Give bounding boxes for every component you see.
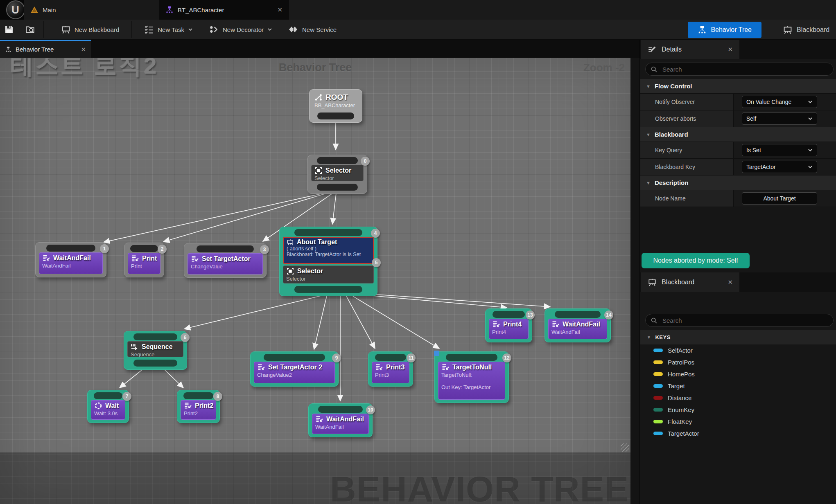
- output-pin[interactable]: [294, 286, 363, 293]
- notify-observer-dropdown[interactable]: On Value Change: [742, 96, 817, 108]
- property-value-cell: TargetActor: [734, 159, 836, 175]
- node-title-row: Selector: [286, 267, 371, 275]
- new-service-label: New Service: [302, 26, 337, 33]
- input-pin[interactable]: [197, 245, 254, 252]
- blackboard-key-distance[interactable]: Distance: [640, 392, 836, 404]
- input-pin[interactable]: [264, 354, 325, 361]
- node-name-input[interactable]: About Target: [742, 192, 817, 205]
- tab-details[interactable]: Details ✕: [641, 40, 739, 59]
- input-pin[interactable]: [133, 333, 177, 340]
- node-set-targetactor2-9[interactable]: Set TargetActor 2ChangeValue29: [250, 351, 339, 387]
- node-title-row: Selector: [314, 166, 360, 175]
- input-pin[interactable]: [493, 311, 525, 318]
- key-query-dropdown[interactable]: Is Set: [742, 144, 817, 156]
- task-icon: [131, 254, 139, 263]
- property-value-cell: About Target: [734, 190, 836, 207]
- blackboard-icon: [648, 278, 657, 287]
- chevron-down-icon: [188, 27, 193, 32]
- node-body: SequenceSequence: [127, 341, 183, 357]
- blackboard-keys: SelfActorPatrolPosHomePosTargetDistanceE…: [640, 344, 836, 439]
- tab-bt-abcharacter[interactable]: BT_ABCharacter ✕: [159, 0, 289, 20]
- input-pin[interactable]: [46, 245, 95, 252]
- node-title-row: Print4: [492, 320, 525, 328]
- close-icon[interactable]: ✕: [81, 46, 86, 53]
- order-badge: 12: [502, 353, 511, 362]
- resize-handle-icon[interactable]: [621, 443, 629, 452]
- node-sequence-6[interactable]: SequenceSequence6: [124, 331, 187, 370]
- node-waitandfail-14[interactable]: WaitAndFailWaitAndFail14: [545, 308, 611, 342]
- blackboard-search-input[interactable]: [662, 317, 828, 324]
- blackboard-key-enumkey[interactable]: EnumKey: [640, 404, 836, 416]
- tab-blackboard[interactable]: Blackboard ✕: [641, 272, 739, 292]
- new-blackboard-button[interactable]: New Blackboard: [55, 20, 125, 39]
- close-icon[interactable]: ✕: [728, 279, 733, 286]
- input-pin[interactable]: [130, 245, 158, 252]
- close-icon[interactable]: ✕: [277, 6, 282, 14]
- order-badge: 9: [332, 353, 341, 362]
- blackboard-mode-button[interactable]: Blackboard: [783, 25, 836, 35]
- node-wait-7[interactable]: WaitWait: 3.0s7: [87, 390, 129, 423]
- node-waitandfail-10[interactable]: WaitAndFailWaitAndFail10: [308, 403, 373, 437]
- node-body: Print3Print3: [372, 362, 409, 383]
- input-pin[interactable]: [183, 392, 213, 399]
- new-task-button[interactable]: New Task: [138, 20, 199, 39]
- node-print4-13[interactable]: Print4Print413: [485, 308, 532, 342]
- input-pin[interactable]: [375, 354, 406, 361]
- node-print3-11[interactable]: Print3Print311: [368, 351, 413, 387]
- browse-button[interactable]: [20, 20, 41, 39]
- graph-canvas[interactable]: 테스트 로직2 Behavior Tree Zoom -2 ROOTBB_ABC…: [0, 58, 630, 504]
- node-set-targetactor-3[interactable]: Set TargetActorChangeValue3: [184, 243, 267, 278]
- output-pin[interactable]: [133, 360, 177, 367]
- node-print-2[interactable]: PrintPrint2: [124, 243, 164, 277]
- key-name: TargetActor: [668, 430, 699, 437]
- output-pin[interactable]: [317, 184, 358, 191]
- chevron-down-icon: [808, 99, 813, 104]
- decorator-line: ( aborts self ): [287, 246, 370, 252]
- section-title: Description: [655, 179, 689, 186]
- details-search[interactable]: [645, 63, 834, 76]
- tab-behavior-tree-graph[interactable]: Behavior Tree ✕: [0, 40, 91, 58]
- blackboard-key-floatkey[interactable]: FloatKey: [640, 416, 836, 428]
- blackboard-key-homepos[interactable]: HomePos: [640, 368, 836, 380]
- edge: [332, 193, 336, 224]
- blackboard-key-dropdown[interactable]: TargetActor: [742, 161, 817, 173]
- toolbar: New Blackboard New Task New Decorator: [0, 20, 836, 40]
- input-pin[interactable]: [317, 157, 358, 164]
- node-selector-main[interactable]: SelectorSelector0: [307, 155, 367, 194]
- keys-section-header[interactable]: ▼ KEYS: [640, 330, 836, 344]
- node-waitandfail-1[interactable]: WaitAndFailWaitAndFail1: [35, 242, 106, 277]
- blackboard-key-patrolpos[interactable]: PatrolPos: [640, 356, 836, 368]
- save-icon: [4, 25, 14, 34]
- blackboard-search[interactable]: [645, 314, 834, 327]
- blackboard-key-target[interactable]: Target: [640, 380, 836, 392]
- task-icon: [257, 363, 265, 371]
- new-service-button[interactable]: New Service: [283, 20, 342, 39]
- node-print2-8[interactable]: Print2Print28: [177, 390, 220, 423]
- observer-aborts-dropdown[interactable]: Self: [742, 112, 817, 125]
- unreal-logo-icon[interactable]: U: [6, 0, 25, 19]
- close-icon[interactable]: ✕: [728, 46, 733, 53]
- decorator-about-target[interactable]: About Target( aborts self )Blackboard: T…: [283, 237, 374, 264]
- node-about-target[interactable]: About Target( aborts self )Blackboard: T…: [279, 227, 377, 296]
- input-pin[interactable]: [555, 311, 601, 318]
- input-pin[interactable]: [446, 354, 497, 361]
- blackboard-key-selfactor[interactable]: SelfActor: [640, 344, 836, 356]
- details-search-input[interactable]: [662, 65, 828, 73]
- section-header-blackboard[interactable]: ▼Blackboard: [640, 127, 836, 142]
- node-root[interactable]: ROOTBB_ABCharacter: [309, 89, 362, 123]
- node-title: WaitAndFail: [326, 416, 364, 423]
- blackboard-key-targetactor[interactable]: TargetActor: [640, 428, 836, 439]
- input-pin[interactable]: [318, 406, 363, 413]
- section-header-flow-control[interactable]: ▼Flow Control: [640, 79, 836, 94]
- node-targettonull-12[interactable]: TargetToNullTargetToNull:Out Key: Target…: [434, 351, 509, 403]
- input-pin[interactable]: [94, 392, 122, 399]
- tab-main[interactable]: Main: [24, 0, 159, 20]
- behavior-tree-mode-button[interactable]: Behavior Tree: [688, 22, 761, 38]
- output-pin[interactable]: [317, 112, 354, 119]
- save-button[interactable]: [0, 20, 20, 39]
- node-subtitle: Selector: [286, 276, 371, 282]
- edge: [353, 296, 439, 349]
- input-pin[interactable]: [294, 229, 363, 236]
- new-decorator-button[interactable]: New Decorator: [203, 20, 278, 39]
- section-header-description[interactable]: ▼Description: [640, 176, 836, 190]
